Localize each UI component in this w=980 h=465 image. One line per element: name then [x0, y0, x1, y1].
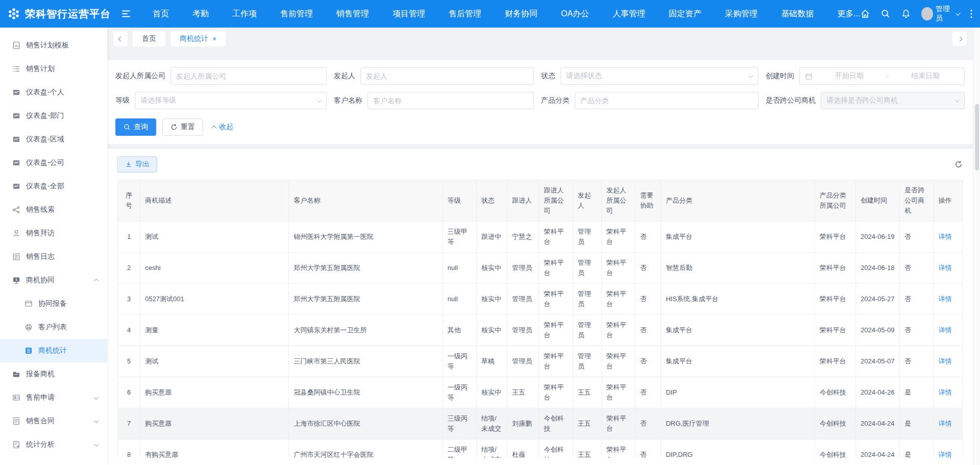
detail-link[interactable]: 详情 — [939, 326, 952, 334]
cell-created: 2024-05-27 — [855, 284, 899, 315]
tabs-scroll-left-button[interactable] — [113, 32, 128, 46]
detail-link[interactable]: 详情 — [939, 233, 952, 240]
cell-customer: 郑州大学第五附属医院 — [289, 253, 443, 284]
sidebar-item-sales-journal[interactable]: 销售日志 — [0, 245, 107, 268]
col-header: 商机描述 — [140, 180, 289, 222]
search-icon[interactable] — [880, 9, 891, 19]
nav-item-project[interactable]: 项目管理 — [393, 9, 425, 19]
nav-item-hr[interactable]: 人事管理 — [612, 9, 645, 19]
sidebar-item-dashboard-region[interactable]: 仪表盘-区域 — [0, 128, 107, 151]
cell-category-company: 荣科平台 — [815, 222, 855, 253]
nav-item-aftersales[interactable]: 售后管理 — [449, 9, 481, 19]
nav-item-workitems[interactable]: 工作项 — [232, 9, 257, 19]
sidebar-item-stats-analysis[interactable]: 统计分析 — [0, 433, 107, 456]
nav-item-procurement[interactable]: 采购管理 — [725, 9, 757, 19]
level-select[interactable]: 请选择等级 — [135, 92, 327, 109]
detail-link[interactable]: 详情 — [939, 295, 952, 303]
sidebar-item-dashboard-company[interactable]: 仪表盘-公司 — [0, 151, 107, 175]
tab-bar: 首页 商机统计 × — [107, 28, 973, 50]
nav-item-finance[interactable]: 财务协同 — [505, 9, 537, 19]
cell-status: 核实中 — [476, 377, 507, 408]
date-range-picker[interactable]: 开始日期 - 结束日期 — [799, 67, 965, 85]
collapse-menu-icon[interactable] — [121, 9, 131, 18]
sidebar-item-dashboard-all[interactable]: 仪表盘-全部 — [0, 175, 107, 198]
detail-link[interactable]: 详情 — [939, 388, 952, 396]
sidebar-item-sales-contract[interactable]: 销售合同 — [0, 409, 107, 433]
sidebar-item-label: 仪表盘-区域 — [26, 135, 64, 144]
cell-index: 3 — [118, 284, 140, 315]
sidebar-item-label: 售前申请 — [26, 393, 55, 402]
chevron-down-icon — [94, 442, 99, 447]
detail-link[interactable]: 详情 — [939, 264, 952, 272]
tab-home[interactable]: 首页 — [133, 31, 165, 46]
cell-index: 5 — [118, 346, 140, 377]
nav-item-presales[interactable]: 售前管理 — [280, 9, 313, 19]
sidebar-item-reported-opportunity[interactable]: 报备商机 — [0, 362, 107, 386]
sidebar-item-sales-visit[interactable]: 销售拜访 — [0, 222, 107, 245]
sidebar-item-opportunity-collab[interactable]: $ 商机协同 — [0, 268, 107, 292]
cell-customer: 郑州大学第五附属医院 — [289, 284, 443, 315]
cell-follower-company: 荣科平台 — [539, 222, 573, 253]
reset-button[interactable]: 重置 — [162, 118, 203, 136]
initiator-company-input[interactable] — [176, 72, 321, 80]
home-icon[interactable] — [860, 9, 870, 19]
tab-label: 首页 — [142, 34, 156, 43]
scrollbar-thumb[interactable] — [975, 104, 979, 170]
sidebar-item-customer-list[interactable]: 客户列表 — [0, 315, 107, 339]
initiator-input[interactable] — [366, 72, 528, 80]
col-header: 是否跨公司商机 — [900, 180, 934, 222]
sidebar-item-opportunity-stats[interactable]: 商机统计 — [0, 339, 107, 362]
customer-name-input[interactable] — [373, 96, 528, 105]
detail-link[interactable]: 详情 — [939, 451, 952, 458]
tabs-scroll-right-button[interactable] — [952, 32, 967, 46]
more-dots-icon[interactable] — [970, 9, 973, 19]
sidebar-item-presales-apply[interactable]: 售前申请 — [0, 386, 107, 409]
search-button[interactable]: 查询 — [115, 118, 156, 136]
download-icon — [125, 161, 132, 168]
cell-initiator-company: 荣科平台 — [601, 346, 635, 377]
refresh-table-icon[interactable] — [954, 160, 963, 168]
detail-link[interactable]: 详情 — [939, 420, 952, 427]
nav-item-sales[interactable]: 销售管理 — [336, 9, 369, 19]
product-category-input[interactable] — [580, 96, 753, 105]
filter-label: 客户名称 — [334, 96, 362, 105]
cross-company-select[interactable]: 请选择是否跨公司商机 — [821, 92, 965, 109]
cell-category-company: 今创科技 — [815, 377, 855, 408]
user-menu[interactable]: 管理员 — [921, 5, 960, 23]
cell-category: DRG,医疗管理 — [661, 408, 815, 439]
detail-link[interactable]: 详情 — [939, 357, 952, 365]
sidebar-item-sales-plan-template[interactable]: 销售计划模板 — [0, 34, 107, 57]
col-header: 等级 — [443, 180, 476, 222]
sidebar-item-sales-plan[interactable]: 销售计划 — [0, 57, 107, 81]
cell-level: 三级甲等 — [443, 222, 476, 253]
export-button[interactable]: 导出 — [117, 156, 157, 173]
logo-icon — [7, 7, 20, 20]
opportunity-table: 序号 商机描述 客户名称 等级 状态 跟进人 跟进人所属公司 发起人 发起人所属… — [117, 180, 963, 465]
share-icon — [12, 206, 20, 214]
nav-item-more[interactable]: 更多... — [837, 9, 860, 19]
cell-level: 三级丙等 — [443, 408, 476, 439]
cell-follower: 王五 — [507, 377, 539, 408]
status-select[interactable]: 请选择状态 — [560, 67, 758, 85]
table-row: 3 0527测试001 郑州大学第五附属医院 null 核实中 管理员 荣科平台… — [118, 284, 963, 315]
sidebar-item-sales-leads[interactable]: 销售线索 — [0, 198, 107, 222]
page-scrollbar[interactable] — [973, 28, 980, 465]
tab-opportunity-stats[interactable]: 商机统计 × — [170, 31, 226, 46]
sidebar-item-collab-report[interactable]: 协同报备 — [0, 292, 107, 315]
sidebar-item-dashboard-dept[interactable]: 仪表盘-部门 — [0, 104, 107, 128]
col-header: 创建时间 — [855, 180, 899, 222]
cell-status: 草稿 — [476, 346, 507, 377]
close-icon[interactable]: × — [212, 35, 216, 42]
bell-icon[interactable] — [901, 9, 911, 19]
filter-actions: 查询 重置 收起 — [115, 118, 965, 136]
filter-row-1: 发起人所属公司 发起人 状态 请选择状态 创建时间 — [115, 67, 965, 85]
journal-icon — [12, 253, 20, 261]
collapse-filters-link[interactable]: 收起 — [212, 123, 233, 132]
cell-follower-company: 荣科平台 — [539, 253, 573, 284]
nav-item-oa[interactable]: OA办公 — [561, 9, 589, 19]
nav-item-home[interactable]: 首页 — [153, 9, 169, 19]
nav-item-basedata[interactable]: 基础数据 — [781, 9, 814, 19]
nav-item-assets[interactable]: 固定资产 — [669, 9, 701, 19]
nav-item-attendance[interactable]: 考勤 — [192, 9, 209, 19]
sidebar-item-dashboard-personal[interactable]: 仪表盘-个人 — [0, 81, 107, 104]
